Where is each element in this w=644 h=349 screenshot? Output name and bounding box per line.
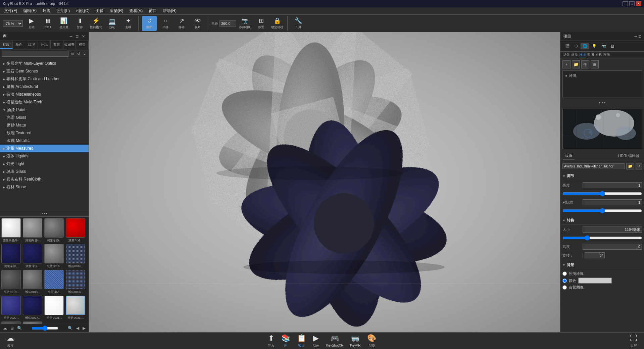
- rtab-label-scene[interactable]: 场景: [563, 52, 570, 57]
- bg-image-option[interactable]: 背景图像: [562, 285, 642, 290]
- rtab-camera[interactable]: 📷: [599, 43, 608, 49]
- size-input[interactable]: [583, 227, 642, 233]
- menu-help[interactable]: 帮助(H): [160, 7, 179, 14]
- search-refresh-button[interactable]: ↺: [76, 51, 81, 56]
- viewport[interactable]: 每秒帧数： 44.7 时间： 2m 56s 采样数： 470 三角形： 3,09…: [89, 32, 560, 332]
- bg-color-option[interactable]: 颜色: [562, 278, 642, 284]
- cloud-icon[interactable]: ☁: [2, 326, 8, 331]
- tree-item-arch[interactable]: ▶ 建筑 Architectural: [0, 83, 89, 91]
- menu-camera[interactable]: 相机(C): [73, 7, 92, 14]
- btab-settings[interactable]: 设置: [563, 152, 575, 159]
- tree-item-matte[interactable]: 磨砂 Matte: [0, 121, 89, 129]
- rtab-label-material[interactable]: 材质: [571, 52, 578, 57]
- search-sort-button[interactable]: ≡: [83, 51, 87, 56]
- tree-item-cloth[interactable]: ▶ 布料和皮革 Cloth and Leather: [0, 75, 89, 83]
- btab-hdri-editor[interactable]: HDRI 编辑器: [616, 153, 641, 159]
- tab-background[interactable]: 背景: [51, 41, 63, 49]
- library-button[interactable]: 📚 库: [281, 334, 290, 348]
- list-item[interactable]: 测量冲压...: [23, 244, 43, 268]
- import-button[interactable]: ⬆ 导入: [268, 334, 275, 348]
- search-button[interactable]: 🔍: [16, 326, 23, 331]
- tree-item-misc[interactable]: ▶ 杂项 Miscellaneous: [0, 91, 89, 98]
- keyshot-xr-button[interactable]: 🎮 KeyShotXR: [326, 334, 344, 347]
- tree-item-measured[interactable]: ▶ 测量 Measured: [0, 145, 89, 152]
- menu-lighting[interactable]: 照明(L): [54, 7, 72, 14]
- contrast-slider[interactable]: [562, 208, 642, 213]
- env-visibility-button[interactable]: 👁: [581, 60, 589, 68]
- env-list-item[interactable]: ● 环境: [564, 72, 640, 79]
- list-item[interactable]: 测量车漆...: [1, 244, 21, 268]
- grid-view-button[interactable]: ⊞: [9, 326, 15, 331]
- menu-env[interactable]: 环境: [40, 7, 53, 14]
- panel-resize-button[interactable]: ⊡: [75, 34, 80, 39]
- list-item[interactable]: 维佐0027...: [23, 296, 43, 320]
- contrast-input[interactable]: [583, 199, 642, 205]
- brightness-input[interactable]: [583, 182, 642, 188]
- tree-item-liquids[interactable]: ▶ 液体 Liquids: [0, 152, 89, 160]
- refresh-button[interactable]: ↺ 翻新: [142, 16, 157, 31]
- rtab-image[interactable]: 🖼: [609, 43, 616, 49]
- panel-close-button[interactable]: ✕: [81, 34, 86, 39]
- search-input[interactable]: [2, 51, 68, 57]
- project-button[interactable]: 📋 项目: [297, 334, 306, 348]
- prev-button[interactable]: ◀: [75, 326, 80, 331]
- rtab-material[interactable]: ⬡: [573, 43, 580, 49]
- brightness-slider[interactable]: [562, 191, 642, 196]
- menu-file[interactable]: 文件(F): [1, 7, 20, 14]
- list-item[interactable]: 测量白色-...: [23, 218, 43, 243]
- start-button[interactable]: ▶ 启动: [24, 16, 39, 31]
- cpu-button[interactable]: 🖥 CPU: [40, 16, 55, 31]
- menu-image[interactable]: 图像: [93, 7, 106, 14]
- rtab-label-image[interactable]: 图像: [603, 52, 610, 57]
- list-item[interactable]: 维佐0019...: [1, 270, 21, 294]
- env-filename-input[interactable]: [562, 163, 625, 169]
- size-slider[interactable]: [562, 235, 642, 241]
- tab-color[interactable]: 颜色: [13, 41, 26, 49]
- bg-color-radio[interactable]: [562, 279, 567, 283]
- apply-button[interactable]: ⊞ 添置: [254, 16, 268, 31]
- close-button[interactable]: ✕: [636, 1, 641, 6]
- list-item[interactable]: 维佐0026...: [66, 270, 86, 294]
- rtab-label-env[interactable]: 环境: [579, 52, 586, 57]
- minimize-button[interactable]: ─: [623, 1, 628, 6]
- rotate-button[interactable]: ↗ 移动: [174, 16, 189, 31]
- tree-item-metallic[interactable]: 金属 Metallic: [0, 137, 89, 145]
- rtab-lighting[interactable]: 💡: [590, 43, 599, 49]
- right-resize-button[interactable]: ⊡: [638, 34, 641, 39]
- list-item[interactable]: 维佐0019...: [23, 270, 43, 294]
- stop-button[interactable]: ⏸ 暂停: [72, 16, 87, 31]
- bg-image-radio[interactable]: [562, 285, 567, 290]
- menu-edit[interactable]: 编辑(E): [20, 7, 39, 14]
- list-item[interactable]: 测量白色半...: [1, 218, 21, 243]
- bg-color-swatch[interactable]: [578, 278, 612, 284]
- list-item[interactable]: 测量车漆...: [44, 218, 64, 243]
- keyvr-button[interactable]: 🥽 KeyVR: [350, 334, 360, 347]
- perf-button[interactable]: ⚡ 性能模式: [89, 16, 103, 31]
- env-add-button[interactable]: +: [562, 60, 571, 68]
- list-item[interactable]: 维佐0027...: [1, 296, 21, 320]
- tree-item-textured[interactable]: 纹理 Textured: [0, 129, 89, 137]
- zoom-in-button[interactable]: 🔍: [67, 326, 74, 331]
- panel-minus-button[interactable]: ─: [68, 34, 73, 39]
- env-browse-button[interactable]: 📁: [626, 163, 634, 169]
- bg-lighting-env-radio[interactable]: [562, 271, 567, 276]
- next-button[interactable]: ▶: [82, 326, 87, 331]
- tree-item-realcloth[interactable]: ▶ 真实布料 RealCloth: [0, 176, 89, 183]
- tree-item-mold[interactable]: ▶ 模塑造纹 Mold-Tech: [0, 98, 89, 106]
- list-item[interactable]: 维佐0031 ...: [66, 296, 86, 320]
- tab-environment[interactable]: 环境: [38, 41, 51, 49]
- list-item[interactable]: [23, 321, 43, 324]
- zoom-slider[interactable]: [32, 326, 58, 331]
- cloud-library-button[interactable]: ☁ 云库: [7, 334, 14, 348]
- tree-item-multilayer[interactable]: ▶ 多层光学 Multi-Layer Optics: [0, 60, 89, 67]
- focal-input[interactable]: [219, 20, 236, 27]
- view-button[interactable]: 👁 视角: [190, 16, 205, 31]
- list-item[interactable]: 维佐0031...: [44, 296, 64, 320]
- tab-favorites[interactable]: 收藏夹: [63, 41, 76, 49]
- tree-item-paint[interactable]: ▼ 油漆 Paint: [0, 106, 89, 114]
- animation-button[interactable]: ▶ 动画: [313, 334, 319, 348]
- env-folder-button[interactable]: 📁: [572, 60, 580, 68]
- search-options-button[interactable]: ⊞: [70, 51, 75, 56]
- env-delete-button[interactable]: 🗑: [591, 60, 599, 68]
- fullscreen-button[interactable]: ⛶ 大屏: [630, 334, 637, 348]
